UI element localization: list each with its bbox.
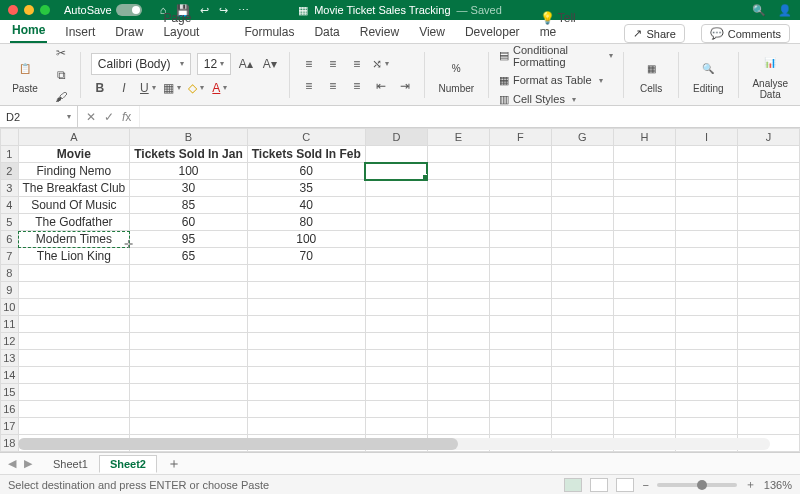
cell[interactable] <box>489 418 551 435</box>
cell[interactable] <box>737 384 799 401</box>
cell[interactable] <box>489 350 551 367</box>
increase-font-icon[interactable]: A▴ <box>237 55 255 73</box>
row-header[interactable]: 11 <box>1 316 19 333</box>
cell[interactable] <box>247 401 365 418</box>
cell[interactable] <box>737 248 799 265</box>
cell[interactable] <box>427 299 489 316</box>
cell[interactable] <box>675 214 737 231</box>
fill-color-button[interactable]: ◇▾ <box>187 79 205 97</box>
cell[interactable] <box>247 333 365 350</box>
cell[interactable] <box>427 316 489 333</box>
cell[interactable] <box>130 265 247 282</box>
sheet-prev-icon[interactable]: ◀ <box>8 457 16 470</box>
cell[interactable] <box>365 265 427 282</box>
cell[interactable] <box>737 265 799 282</box>
format-as-table-button[interactable]: ▦ Format as Table▾ <box>499 73 613 88</box>
row-header[interactable]: 2 <box>1 163 19 180</box>
bold-button[interactable]: B <box>91 79 109 97</box>
cell[interactable] <box>427 231 489 248</box>
cell[interactable] <box>737 316 799 333</box>
traffic-lights[interactable] <box>8 5 50 15</box>
cell[interactable] <box>613 452 675 453</box>
enter-icon[interactable]: ✓ <box>104 110 114 124</box>
cell[interactable] <box>613 401 675 418</box>
cell[interactable] <box>551 367 613 384</box>
cell[interactable] <box>247 282 365 299</box>
cell[interactable] <box>247 350 365 367</box>
cell[interactable] <box>247 367 365 384</box>
cell[interactable] <box>551 299 613 316</box>
sheet-tab[interactable]: Sheet2 <box>99 455 157 473</box>
view-pagebreak-button[interactable] <box>616 478 634 492</box>
cell[interactable] <box>247 265 365 282</box>
tab-insert[interactable]: Insert <box>63 21 97 43</box>
indent-left-icon[interactable]: ⇤ <box>372 77 390 95</box>
cell[interactable] <box>489 163 551 180</box>
tab-formulas[interactable]: Formulas <box>242 21 296 43</box>
cell[interactable]: 80 <box>247 214 365 231</box>
cell[interactable] <box>675 282 737 299</box>
row-header[interactable]: 10 <box>1 299 19 316</box>
cell[interactable] <box>18 316 130 333</box>
cell[interactable] <box>737 282 799 299</box>
cell[interactable] <box>613 214 675 231</box>
cell[interactable] <box>613 418 675 435</box>
cell[interactable] <box>18 384 130 401</box>
border-button[interactable]: ▦▾ <box>163 79 181 97</box>
cell[interactable] <box>130 333 247 350</box>
tab-home[interactable]: Home <box>10 19 47 43</box>
cell[interactable] <box>489 316 551 333</box>
cell[interactable] <box>551 197 613 214</box>
cell[interactable] <box>737 180 799 197</box>
cell[interactable] <box>675 231 737 248</box>
col-header[interactable]: I <box>675 129 737 146</box>
cell[interactable] <box>675 367 737 384</box>
cell[interactable] <box>365 333 427 350</box>
search-icon[interactable]: 🔍 <box>752 4 766 17</box>
cell[interactable] <box>551 146 613 163</box>
cell[interactable] <box>737 367 799 384</box>
cell[interactable] <box>551 214 613 231</box>
align-left-icon[interactable]: ≡ <box>300 77 318 95</box>
indent-right-icon[interactable]: ⇥ <box>396 77 414 95</box>
cell[interactable] <box>18 265 130 282</box>
cell[interactable] <box>489 197 551 214</box>
cell[interactable] <box>613 316 675 333</box>
cell[interactable]: The Godfather <box>18 214 130 231</box>
cell[interactable] <box>489 333 551 350</box>
cell[interactable] <box>18 367 130 384</box>
cell[interactable]: Movie <box>18 146 130 163</box>
cell[interactable] <box>613 180 675 197</box>
cell[interactable] <box>551 180 613 197</box>
row-header[interactable]: 1 <box>1 146 19 163</box>
cell[interactable] <box>365 401 427 418</box>
fx-icon[interactable]: fx <box>122 110 131 124</box>
cell[interactable] <box>737 452 799 453</box>
cell[interactable] <box>427 282 489 299</box>
row-header[interactable]: 15 <box>1 384 19 401</box>
cell[interactable] <box>489 384 551 401</box>
cell[interactable] <box>427 248 489 265</box>
cell[interactable] <box>551 316 613 333</box>
zoom-slider[interactable] <box>657 483 737 487</box>
row-header[interactable]: 19 <box>1 452 19 453</box>
cell[interactable]: 100 <box>130 163 247 180</box>
more-icon[interactable]: ⋯ <box>238 4 249 17</box>
align-center-icon[interactable]: ≡ <box>324 77 342 95</box>
align-right-icon[interactable]: ≡ <box>348 77 366 95</box>
number-format-button[interactable]: % Number <box>435 53 479 96</box>
cell[interactable] <box>365 367 427 384</box>
font-color-button[interactable]: A▾ <box>211 79 229 97</box>
row-header[interactable]: 8 <box>1 265 19 282</box>
cell[interactable] <box>427 384 489 401</box>
cell[interactable] <box>675 316 737 333</box>
horizontal-scrollbar[interactable] <box>18 438 770 450</box>
cell[interactable] <box>427 418 489 435</box>
editing-button[interactable]: 🔍 Editing <box>689 53 728 96</box>
cell[interactable] <box>613 384 675 401</box>
autosave-toggle[interactable]: AutoSave <box>64 4 142 16</box>
cell[interactable] <box>247 316 365 333</box>
cell[interactable] <box>613 367 675 384</box>
decrease-font-icon[interactable]: A▾ <box>261 55 279 73</box>
col-header[interactable]: H <box>613 129 675 146</box>
